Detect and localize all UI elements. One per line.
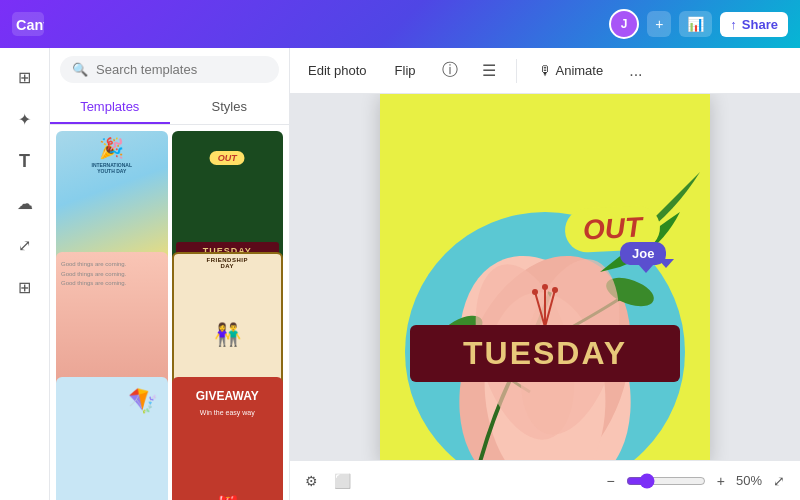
upload-button[interactable]: ☁ bbox=[6, 184, 44, 222]
apps-button[interactable]: ⊞ bbox=[6, 268, 44, 306]
canvas[interactable]: OUT TUESDAY bbox=[380, 94, 710, 460]
share-button[interactable]: ↑ Share bbox=[720, 12, 788, 37]
fullscreen-button[interactable]: ⬜ bbox=[331, 470, 354, 492]
search-input[interactable] bbox=[96, 62, 267, 77]
search-box: 🔍 bbox=[60, 56, 279, 83]
edit-photo-button[interactable]: Edit photo bbox=[302, 59, 373, 82]
icon-bar: ⊞ ✦ T ☁ ⤢ ⊞ bbox=[0, 48, 50, 500]
canvas-area: Edit photo Flip ⓘ ☰ 🎙 Animate ... Joe bbox=[290, 48, 800, 500]
zoom-out-button[interactable]: − bbox=[604, 470, 618, 492]
zoom-level: 50% bbox=[736, 473, 762, 488]
share-icon: ↑ bbox=[730, 17, 737, 32]
toolbar-divider bbox=[516, 59, 517, 83]
canvas-bottom-bar: ⚙ ⬜ − + 50% ⤢ bbox=[290, 460, 800, 500]
toolbar: Edit photo Flip ⓘ ☰ 🎙 Animate ... bbox=[290, 48, 800, 94]
tab-styles[interactable]: Styles bbox=[170, 91, 290, 124]
animate-button[interactable]: 🎙 Animate bbox=[533, 59, 610, 82]
canvas-wrapper: Joe bbox=[290, 94, 800, 460]
bottom-bar-right: − + 50% ⤢ bbox=[604, 470, 788, 492]
user-avatar[interactable]: J bbox=[609, 9, 639, 39]
bottom-bar-left: ⚙ ⬜ bbox=[302, 470, 354, 492]
canvas-flower-svg bbox=[380, 94, 710, 460]
tab-templates[interactable]: Templates bbox=[50, 91, 170, 124]
svg-point-13 bbox=[552, 287, 558, 293]
mic-icon: 🎙 bbox=[539, 63, 552, 78]
zoom-slider[interactable] bbox=[626, 473, 706, 489]
list-item[interactable]: HAPPY WORLDOCEAN DAY 🪁 bbox=[56, 377, 168, 500]
sidebar-toggle-button[interactable]: ⊞ bbox=[6, 58, 44, 96]
canva-logo-icon: Canva bbox=[12, 12, 44, 36]
joe-bubble-arrow bbox=[658, 259, 674, 268]
templates-grid: 🎉 InternationalYouth Day INTERNATIONALYO… bbox=[50, 125, 289, 500]
svg-text:Canva: Canva bbox=[16, 17, 44, 33]
header: Canva J + 📊 ↑ Share bbox=[0, 0, 800, 48]
more-button[interactable]: ... bbox=[625, 58, 646, 84]
flip-button[interactable]: Flip bbox=[389, 59, 422, 82]
sidebar-tabs: Templates Styles bbox=[50, 91, 289, 125]
search-icon: 🔍 bbox=[72, 62, 88, 77]
svg-point-14 bbox=[542, 284, 548, 290]
elements-button[interactable]: ✦ bbox=[6, 100, 44, 138]
search-area: 🔍 bbox=[50, 48, 289, 91]
fit-screen-button[interactable]: ⤢ bbox=[770, 470, 788, 492]
sidebar: 🔍 Templates Styles 🎉 InternationalYouth … bbox=[50, 48, 290, 500]
body: ⊞ ✦ T ☁ ⤢ ⊞ 🔍 Templates Styles 🎉 Interna… bbox=[0, 48, 800, 500]
zoom-in-button[interactable]: + bbox=[714, 470, 728, 492]
history-button[interactable]: ⚙ bbox=[302, 470, 321, 492]
header-right: J + 📊 ↑ Share bbox=[609, 9, 788, 39]
canvas-tuesday-text: TUESDAY bbox=[410, 325, 680, 382]
analytics-button[interactable]: 📊 bbox=[679, 11, 712, 37]
share-icon-button[interactable]: ⤢ bbox=[6, 226, 44, 264]
list-item[interactable]: GIVEAWAY Win the easy way 🎁 bbox=[172, 377, 284, 500]
logo: Canva bbox=[12, 12, 44, 36]
text-button[interactable]: T bbox=[6, 142, 44, 180]
lines-button[interactable]: ☰ bbox=[478, 57, 500, 84]
svg-point-12 bbox=[532, 289, 538, 295]
add-people-button[interactable]: + bbox=[647, 11, 671, 37]
info-button[interactable]: ⓘ bbox=[438, 56, 462, 85]
